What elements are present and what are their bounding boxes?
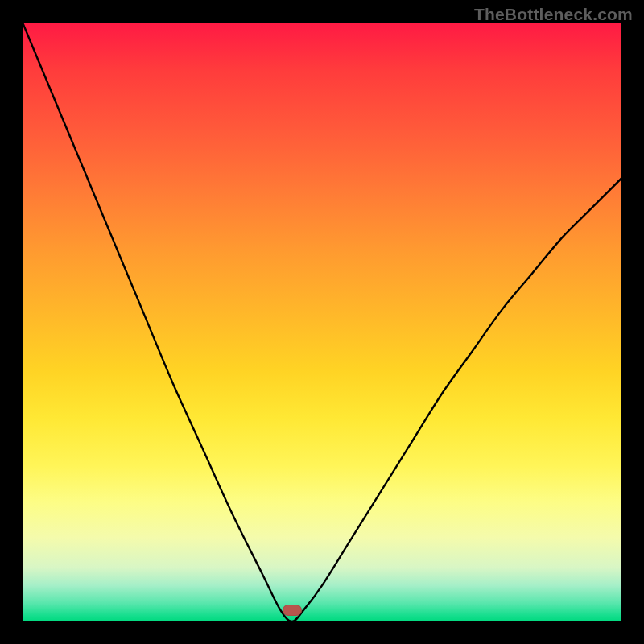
minimum-marker <box>283 605 302 616</box>
watermark-text: TheBottleneck.com <box>474 5 633 24</box>
plot-area <box>23 23 621 621</box>
bottleneck-curve <box>23 23 621 621</box>
chart-frame: TheBottleneck.com <box>0 0 644 644</box>
